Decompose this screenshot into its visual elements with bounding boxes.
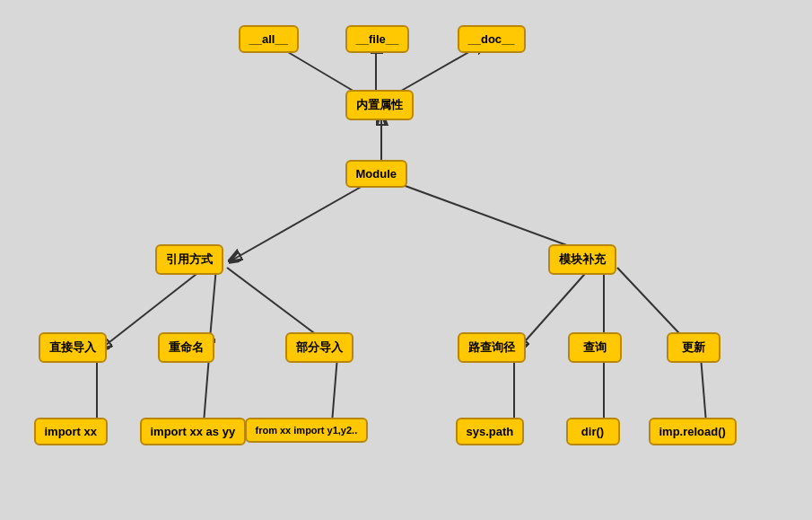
node-doc: __doc__ <box>458 25 526 53</box>
node-direct: 直接导入 <box>39 332 107 363</box>
node-module: Module <box>345 160 408 188</box>
node-partial: 部分导入 <box>285 332 354 363</box>
node-dir: dir() <box>566 418 620 445</box>
node-cite: 引用方式 <box>155 244 223 275</box>
node-importxx: import xx <box>34 418 109 445</box>
node-syspath: sys.path <box>456 418 525 445</box>
diagram: __all__ __file__ __doc__ 内置属性 Module 引用方… <box>12 9 801 512</box>
node-update: 更新 <box>667 332 720 363</box>
node-path: 路查询径 <box>458 332 526 363</box>
node-all: __all__ <box>239 25 299 53</box>
node-fromimport: from xx import y1,y2.. <box>245 418 369 443</box>
svg-line-4 <box>231 181 371 260</box>
node-supplement: 模块补充 <box>548 244 616 275</box>
node-impreload: imp.reload() <box>649 418 737 445</box>
node-file: __file__ <box>345 25 410 53</box>
node-importxxasyy: import xx as yy <box>140 418 247 445</box>
node-rename: 重命名 <box>158 332 214 363</box>
node-query: 查询 <box>568 332 622 363</box>
node-builtin: 内置属性 <box>345 90 414 120</box>
